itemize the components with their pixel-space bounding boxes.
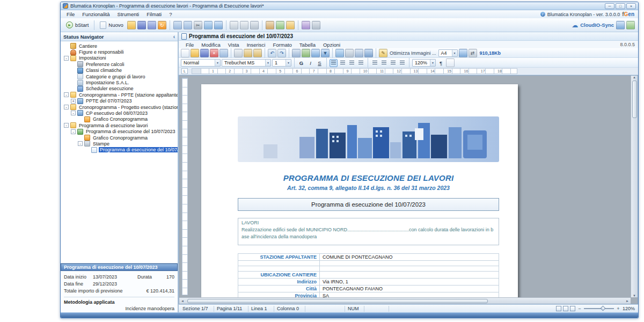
editor-menu-item[interactable]: Inserisci xyxy=(243,42,269,48)
zoom-slider[interactable] xyxy=(584,308,614,309)
collapse-icon[interactable]: - xyxy=(78,141,83,146)
grid-menu-icon[interactable]: ▼ xyxy=(321,49,330,57)
cloud-sync-button[interactable]: CloudIO-Sync xyxy=(580,22,614,28)
outdent-button[interactable] xyxy=(389,59,397,67)
open-icon[interactable] xyxy=(127,21,136,30)
vertical-scrollbar[interactable]: ▲ ▼ xyxy=(631,76,638,297)
page-format-dropdown[interactable]: A4 ▼ xyxy=(438,49,458,57)
zoom-dropdown[interactable]: 120% ▼ xyxy=(412,59,436,67)
sync-settings-icon[interactable] xyxy=(616,21,625,30)
tree-item[interactable]: +PPTE del 07/07/2023 xyxy=(62,98,178,104)
editor-menu-item[interactable]: Modifica xyxy=(197,42,224,48)
refresh-icon[interactable]: ↻ xyxy=(158,21,166,30)
settings-icon[interactable] xyxy=(312,21,320,30)
bullet-list-button[interactable] xyxy=(380,59,388,67)
tools-icon[interactable]: ✂ xyxy=(194,21,202,30)
tree-item[interactable]: Programma di esecuzione del 10/07/2023 xyxy=(62,147,178,153)
horizontal-scrollbar[interactable]: ◄ ► xyxy=(179,297,631,304)
editor-menu-item[interactable]: File xyxy=(182,42,197,48)
collapse-icon[interactable]: - xyxy=(64,92,69,97)
report-icon[interactable] xyxy=(286,21,295,30)
editor-menu-item[interactable]: Vista xyxy=(224,42,243,48)
paste-icon[interactable] xyxy=(244,49,252,57)
zoom-icon[interactable] xyxy=(355,49,363,57)
tree-item[interactable]: -Impostazioni xyxy=(62,55,178,61)
tree-item[interactable]: Scheduler esecuzione xyxy=(62,86,178,92)
align-right-button[interactable] xyxy=(348,59,356,67)
tree-item[interactable]: Cantiere xyxy=(62,43,178,49)
chart-icon[interactable] xyxy=(335,49,344,57)
numbered-list-button[interactable] xyxy=(371,59,379,67)
tree-item[interactable]: Categorie e gruppi di lavoro xyxy=(62,74,178,79)
paste-structure-icon[interactable] xyxy=(240,21,248,30)
menu-item[interactable]: ? xyxy=(165,11,175,17)
import-doc-icon[interactable] xyxy=(184,21,192,30)
export-icon[interactable] xyxy=(219,49,228,57)
nuovo-button[interactable]: Nuovo xyxy=(98,21,125,30)
align-center-button[interactable] xyxy=(339,59,347,67)
redo-icon[interactable]: ↷ xyxy=(277,49,286,57)
editor-menu-item[interactable]: Opzioni xyxy=(319,42,344,48)
vertical-scroll-thumb[interactable] xyxy=(632,80,637,118)
tree-item[interactable]: -Cronoprogramma - Progetto esecutivo (st… xyxy=(62,104,178,110)
new-icon[interactable] xyxy=(181,49,189,57)
frame-icon[interactable] xyxy=(345,49,354,57)
save-icon[interactable] xyxy=(137,21,146,30)
editor-menu-item[interactable]: Formato xyxy=(269,42,295,48)
tab-selector[interactable]: L xyxy=(181,68,188,74)
tree-item[interactable]: Grafico Cronoprogramma xyxy=(62,116,178,122)
align-justify-button[interactable] xyxy=(357,59,365,67)
underline-button[interactable]: S xyxy=(316,59,324,67)
resize-arrows-icon[interactable]: ⇄ xyxy=(469,49,477,57)
collapse-icon[interactable]: - xyxy=(71,129,76,134)
collapse-icon[interactable]: - xyxy=(64,56,69,61)
archive-icon[interactable] xyxy=(266,21,274,30)
gantt-icon[interactable] xyxy=(276,21,284,30)
style-dropdown[interactable]: Normal ▼ xyxy=(181,59,221,67)
open-icon[interactable] xyxy=(191,49,199,57)
collapse-icon[interactable]: - xyxy=(64,105,69,109)
scroll-left-icon[interactable]: ◄ xyxy=(179,299,186,303)
info-icon[interactable]: i xyxy=(540,12,545,17)
view-preview-icon[interactable] xyxy=(570,306,575,311)
save-icon[interactable] xyxy=(200,49,209,57)
document-page[interactable]: PROGRAMMA DI ESECUZIONE DEI LAVORI Art. … xyxy=(201,84,518,304)
tree-item[interactable]: -CP esecutivo del 08/07/2023 xyxy=(62,110,178,116)
horizontal-scroll-thumb[interactable] xyxy=(187,299,488,303)
zoom-out-button[interactable]: − xyxy=(577,306,582,311)
ottimizza-immagini-button[interactable]: Ottimizza Immagini ... xyxy=(389,50,437,56)
collapse-icon[interactable]: - xyxy=(64,123,69,128)
table-grid-icon[interactable] xyxy=(214,21,223,30)
scroll-down-icon[interactable]: ▼ xyxy=(633,294,636,297)
indent-button[interactable] xyxy=(398,59,406,67)
sync-status-icon[interactable] xyxy=(626,21,635,30)
book-icon[interactable] xyxy=(364,49,373,57)
menu-item[interactable]: Strumenti xyxy=(114,11,143,17)
tree-item[interactable]: Classi climatiche xyxy=(62,68,178,74)
undo-icon[interactable]: ↶ xyxy=(268,49,276,57)
delete-icon[interactable]: × xyxy=(210,49,218,57)
maximize-button[interactable]: □ xyxy=(616,3,625,9)
tree-item[interactable]: Preferenze calcoli xyxy=(62,61,178,67)
bold-button[interactable]: G xyxy=(297,59,305,67)
expand-icon[interactable]: + xyxy=(71,99,76,104)
view-layout-icon[interactable] xyxy=(563,306,568,311)
scroll-right-icon[interactable]: ► xyxy=(624,299,631,303)
tree-item[interactable]: -Stampe xyxy=(62,141,178,147)
search-icon[interactable] xyxy=(292,49,301,57)
bstart-button[interactable]: ► bStart xyxy=(64,21,91,29)
menu-item[interactable]: File xyxy=(63,11,78,17)
tree-item[interactable]: Figure e responsabili xyxy=(62,49,178,55)
horizontal-ruler[interactable]: L 123456789101112131415161718 xyxy=(179,68,638,75)
zoom-in-button[interactable]: + xyxy=(616,306,621,311)
minimize-button[interactable]: ─ xyxy=(605,3,614,9)
doc-pair-icon[interactable] xyxy=(250,21,259,30)
vertical-ruler[interactable] xyxy=(182,78,188,295)
collapse-icon[interactable]: - xyxy=(71,111,76,115)
film-icon[interactable] xyxy=(302,21,310,30)
close-button[interactable]: × xyxy=(626,3,636,9)
document-canvas[interactable]: PROGRAMMA DI ESECUZIONE DEI LAVORI Art. … xyxy=(179,75,638,304)
export-doc-icon[interactable] xyxy=(173,21,182,30)
editor-menu-item[interactable]: Tabella xyxy=(296,42,319,48)
zoom-slider-thumb[interactable] xyxy=(601,306,606,311)
